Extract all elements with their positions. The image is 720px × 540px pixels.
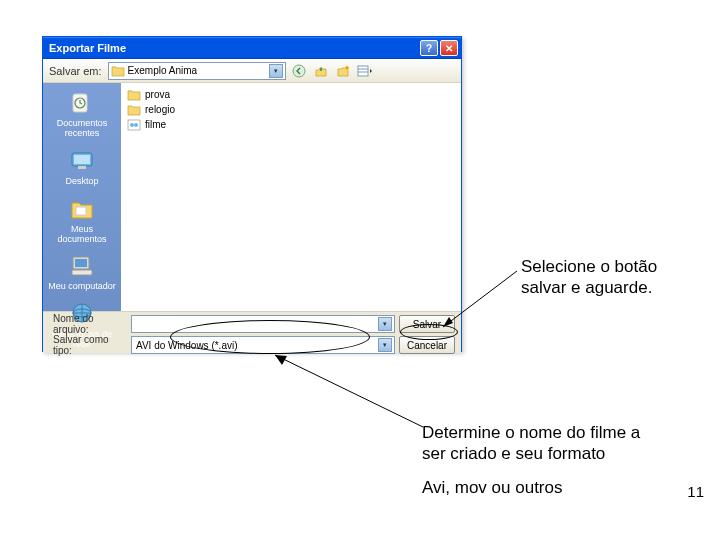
folder-icon xyxy=(127,104,141,116)
mycomputer-icon xyxy=(67,252,97,280)
video-file-icon xyxy=(127,119,141,131)
current-folder-name: Exemplo Anima xyxy=(128,65,266,76)
save-in-label: Salvar em: xyxy=(49,65,102,77)
help-button[interactable]: ? xyxy=(420,40,438,56)
new-folder-button[interactable] xyxy=(334,62,352,80)
folder-icon xyxy=(111,65,125,77)
svg-rect-8 xyxy=(74,155,90,164)
places-bar: Documentos recentes Desktop Meus documen… xyxy=(43,83,121,311)
file-name: prova xyxy=(145,89,170,100)
svg-rect-2 xyxy=(358,66,368,76)
bottom-bar: Nome do arquivo: ▾ Salvar Salvar como ti… xyxy=(43,311,461,353)
file-list[interactable]: prova relogio filme xyxy=(121,83,461,311)
list-item[interactable]: prova xyxy=(127,87,455,102)
annotation-save: Selecione o botão salvar e aguarde. xyxy=(521,256,661,299)
place-mydocs[interactable]: Meus documentos xyxy=(45,192,119,248)
recent-icon xyxy=(67,89,97,117)
save-dialog: Exportar Filme ? ✕ Salvar em: Exemplo An… xyxy=(42,36,462,352)
place-desktop[interactable]: Desktop xyxy=(45,144,119,190)
svg-rect-9 xyxy=(78,166,86,169)
file-name: filme xyxy=(145,119,166,130)
place-label: Meu computador xyxy=(48,282,116,292)
svg-point-0 xyxy=(293,65,305,77)
save-button[interactable]: Salvar xyxy=(399,315,455,333)
chevron-down-icon: ▾ xyxy=(269,64,283,78)
back-button[interactable] xyxy=(290,62,308,80)
chevron-down-icon: ▾ xyxy=(378,317,392,331)
place-recent[interactable]: Documentos recentes xyxy=(45,86,119,142)
list-item[interactable]: filme xyxy=(127,117,455,132)
desktop-icon xyxy=(67,147,97,175)
svg-point-18 xyxy=(134,123,138,127)
folder-dropdown[interactable]: Exemplo Anima ▾ xyxy=(108,62,286,80)
place-mycomputer[interactable]: Meu computador xyxy=(45,249,119,295)
svg-rect-13 xyxy=(72,270,92,275)
svg-marker-22 xyxy=(275,355,287,365)
list-item[interactable]: relogio xyxy=(127,102,455,117)
svg-rect-12 xyxy=(75,259,87,267)
mydocs-icon xyxy=(67,195,97,223)
file-name: relogio xyxy=(145,104,175,115)
cancel-button-label: Cancelar xyxy=(407,340,447,351)
svg-rect-10 xyxy=(76,207,86,215)
up-button[interactable] xyxy=(312,62,330,80)
close-button[interactable]: ✕ xyxy=(440,40,458,56)
place-label: Desktop xyxy=(65,177,98,187)
filetype-dropdown[interactable]: AVI do Windows (*.avi) ▾ xyxy=(131,336,395,354)
filename-label: Nome do arquivo: xyxy=(49,313,127,335)
filetype-label: Salvar como tipo: xyxy=(49,334,127,356)
dialog-title: Exportar Filme xyxy=(49,42,418,54)
dialog-body: Documentos recentes Desktop Meus documen… xyxy=(43,83,461,311)
toolbar: Salvar em: Exemplo Anima ▾ xyxy=(43,59,461,83)
svg-line-21 xyxy=(275,355,423,427)
filetype-value: AVI do Windows (*.avi) xyxy=(134,340,378,351)
place-label: Documentos recentes xyxy=(46,119,118,139)
save-button-label: Salvar xyxy=(413,319,441,330)
folder-icon xyxy=(127,89,141,101)
svg-point-17 xyxy=(130,123,134,127)
cancel-button[interactable]: Cancelar xyxy=(399,336,455,354)
arrow-to-filename xyxy=(265,345,435,435)
annotation-name: Determine o nome do filme a ser criado e… xyxy=(422,422,662,498)
filename-input[interactable]: ▾ xyxy=(131,315,395,333)
close-icon: ✕ xyxy=(445,43,453,54)
chevron-down-icon: ▾ xyxy=(378,338,392,352)
views-button[interactable] xyxy=(356,62,374,80)
titlebar: Exportar Filme ? ✕ xyxy=(43,37,461,59)
place-label: Meus documentos xyxy=(46,225,118,245)
page-number: 11 xyxy=(687,483,704,500)
